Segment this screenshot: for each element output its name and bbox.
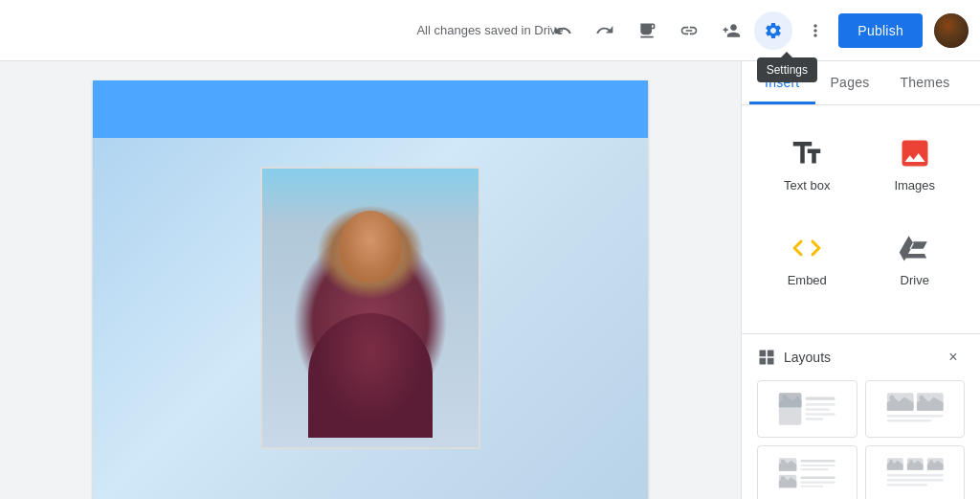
insert-text-box[interactable]: Text box — [757, 121, 858, 208]
insert-grid: Text box Images — [757, 121, 965, 303]
layout-card-3[interactable] — [757, 445, 858, 499]
images-icon — [898, 136, 932, 170]
insert-embed[interactable]: Embed — [757, 215, 858, 303]
view-button[interactable] — [628, 11, 666, 50]
svg-point-9 — [889, 396, 894, 400]
svg-point-29 — [929, 460, 932, 463]
svg-point-17 — [781, 476, 785, 480]
layouts-title-row: Layouts — [757, 348, 831, 367]
svg-rect-6 — [806, 413, 835, 416]
settings-tooltip: Settings — [757, 57, 817, 82]
svg-rect-12 — [886, 415, 943, 418]
embed-label: Embed — [788, 273, 827, 287]
text-box-label: Text box — [784, 178, 830, 193]
svg-rect-4 — [806, 403, 835, 406]
canvas-area — [0, 61, 741, 499]
layouts-close-button[interactable]: × — [942, 346, 965, 369]
undo-button[interactable] — [544, 11, 582, 50]
svg-point-2 — [782, 395, 787, 399]
svg-rect-13 — [886, 420, 930, 422]
tab-themes[interactable]: Themes — [884, 61, 965, 104]
images-label: Images — [894, 178, 935, 193]
avatar-image — [934, 13, 969, 48]
page-canvas[interactable] — [93, 80, 648, 499]
tab-pages[interactable]: Pages — [815, 61, 885, 104]
insert-drive[interactable]: Drive — [865, 215, 966, 303]
svg-rect-30 — [886, 474, 943, 477]
layouts-title: Layouts — [784, 350, 831, 365]
svg-point-11 — [919, 396, 924, 400]
svg-rect-18 — [801, 460, 835, 463]
settings-button[interactable] — [754, 11, 792, 50]
layouts-section: Layouts × — [742, 333, 980, 499]
layout-card-4[interactable] — [865, 445, 966, 499]
insert-images[interactable]: Images — [865, 121, 966, 208]
layout-card-2[interactable] — [865, 380, 966, 438]
layouts-grid — [757, 380, 965, 499]
autosave-status: All changes saved in Drive — [416, 23, 563, 37]
svg-rect-23 — [801, 486, 824, 488]
drive-icon — [898, 231, 932, 265]
sidebar: Insert Pages Themes Text box — [741, 61, 980, 499]
photo-person — [262, 169, 479, 447]
svg-rect-22 — [801, 482, 835, 484]
svg-rect-19 — [801, 465, 835, 466]
layouts-icon — [757, 348, 776, 367]
embed-icon — [790, 231, 824, 265]
svg-point-15 — [781, 459, 785, 463]
svg-rect-32 — [886, 484, 926, 487]
svg-point-25 — [889, 460, 892, 463]
main-area: Insert Pages Themes Text box — [0, 61, 980, 499]
link-button[interactable] — [670, 11, 708, 50]
redo-button[interactable] — [586, 11, 624, 50]
avatar[interactable] — [934, 13, 969, 48]
drive-label: Drive — [901, 273, 929, 287]
toolbar: All changes saved in Drive Publish Setti… — [0, 0, 980, 61]
page-content — [93, 138, 648, 499]
page-header — [93, 80, 648, 138]
svg-rect-31 — [886, 479, 943, 482]
publish-button[interactable]: Publish — [838, 13, 923, 48]
svg-rect-21 — [801, 477, 835, 480]
more-button[interactable] — [796, 11, 835, 50]
svg-rect-7 — [806, 418, 823, 420]
svg-point-27 — [909, 460, 912, 463]
svg-rect-3 — [806, 397, 835, 399]
photo-frame — [260, 167, 480, 449]
add-person-button[interactable] — [712, 11, 750, 50]
svg-rect-20 — [801, 468, 829, 470]
svg-rect-5 — [806, 408, 830, 411]
text-icon — [790, 136, 824, 170]
insert-panel: Text box Images — [742, 105, 980, 333]
layout-card-1[interactable] — [757, 380, 858, 438]
layouts-header: Layouts × — [757, 346, 965, 369]
